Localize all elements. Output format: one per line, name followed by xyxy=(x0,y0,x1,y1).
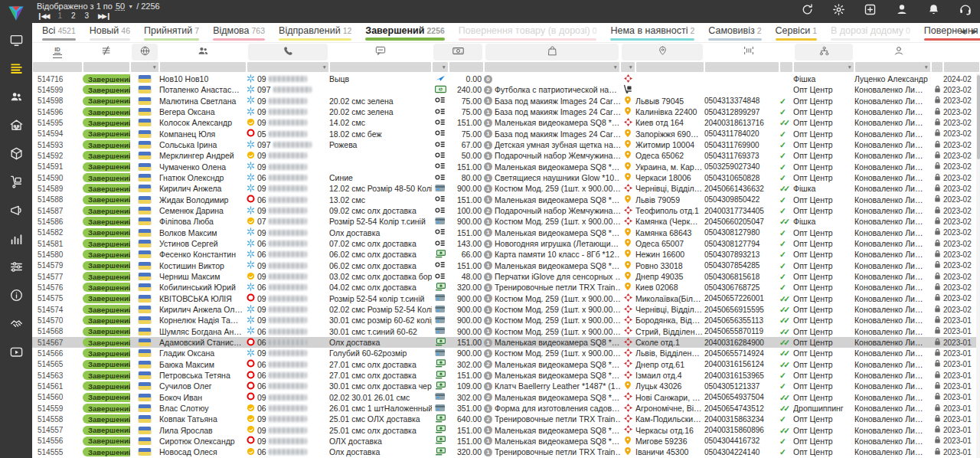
table-row[interactable]: 514567ЗавершенийАдамовский Станис…06Олх … xyxy=(32,337,980,348)
filter-input-source[interactable]: ▼ xyxy=(794,62,854,72)
table-row[interactable]: 514577ЗавершенийЧерниш Максим0903.02 смс… xyxy=(32,271,980,282)
sidebar-item-tutorials[interactable] xyxy=(0,339,32,368)
column-header-city[interactable] xyxy=(620,44,704,61)
filter-input-delivery[interactable]: ▼ xyxy=(621,62,635,72)
table-row[interactable]: 514590ЗавершенийГнатюк Олексндр06Синие80… xyxy=(32,172,980,183)
column-header-comment[interactable] xyxy=(329,44,432,61)
table-row[interactable]: 514582ЗавершенийВолков Максим09Олх доста… xyxy=(32,227,980,238)
tab-1[interactable]: Всі4521 xyxy=(42,25,76,41)
settings-gear-icon[interactable] xyxy=(832,3,845,16)
filter-input-id[interactable] xyxy=(33,62,82,72)
table-row[interactable]: 514575ЗавершенийКВІТОВСЬКА ЮЛІЯ09Розмір … xyxy=(32,293,980,304)
table-row[interactable]: 514588ЗавершенийЖидак Володимир0613.02 с… xyxy=(32,195,980,205)
table-row[interactable]: 514581ЗавершенийУстинов Сергей0607.02 см… xyxy=(32,238,980,249)
filter-input-country[interactable]: ▼ xyxy=(131,62,158,72)
filter-input-comment[interactable] xyxy=(330,62,431,72)
filter-dropdown-icon[interactable]: ▼ xyxy=(629,64,633,70)
refresh-icon[interactable] xyxy=(801,3,814,16)
filter-dropdown-icon[interactable]: ▼ xyxy=(442,64,446,70)
table-row[interactable]: 514574ЗавершенийКирилич Анжела Ол…0902.0… xyxy=(32,304,980,315)
tab-10[interactable]: Сервіси1 xyxy=(776,25,817,41)
table-row[interactable]: 514570ЗавершенийКорнелюк Надія Та…0930.0… xyxy=(32,315,980,326)
filter-input-city[interactable] xyxy=(636,62,704,72)
table-row[interactable]: 514557ЗавершенийЛила Ярослав0925.01 смс … xyxy=(32,425,980,436)
sidebar-item-statistics[interactable] xyxy=(0,226,32,254)
filter-input-date[interactable] xyxy=(944,62,979,72)
column-header-client[interactable] xyxy=(159,44,247,61)
table-row[interactable]: 514599ЗавершенийПотапенко Анастас…097$24… xyxy=(32,84,980,95)
filter-input-payment[interactable]: ▼ xyxy=(433,62,448,72)
tab-4[interactable]: Відмова763 xyxy=(213,25,265,41)
sidebar-item-clients[interactable] xyxy=(0,84,32,113)
sidebar-item-orders[interactable] xyxy=(0,56,32,84)
tab-scroll-left-icon[interactable]: ◀ xyxy=(960,28,965,35)
table-row[interactable]: 514587ЗавершенийСеменюк Дарина0909.02 см… xyxy=(32,205,980,216)
table-row[interactable]: 514596ЗавершенийВегера Оксана0920.02 смс… xyxy=(32,106,980,117)
table-row[interactable]: 514576ЗавершенийКобилинський Юрий0604.02… xyxy=(32,282,980,293)
app-logo-icon[interactable] xyxy=(3,2,29,25)
first-page-button[interactable]: ❙◀◀ xyxy=(37,12,48,20)
filter-dropdown-icon[interactable]: ▼ xyxy=(924,64,929,70)
vertical-scrollbar[interactable] xyxy=(976,74,980,458)
sidebar-item-company[interactable] xyxy=(0,113,32,141)
tab-2[interactable]: Новый46 xyxy=(90,25,130,41)
tab-6[interactable]: Завершений2256 xyxy=(365,25,445,41)
sidebar-item-partners[interactable] xyxy=(0,311,32,339)
table-row[interactable]: 514563ЗавершенийПетровська Тетяна0627.01… xyxy=(32,370,980,381)
table-row[interactable]: 514580ЗавершенийФесенко Константин0606.0… xyxy=(32,249,980,260)
sidebar-item-marketing[interactable] xyxy=(0,198,32,226)
sidebar-item-products[interactable] xyxy=(0,141,32,169)
table-row[interactable]: 514598ЗавершенийМалютина Светлана0920.02… xyxy=(32,96,980,106)
filter-input-tracking-number[interactable] xyxy=(705,62,779,72)
table-row[interactable]: 514586ЗавершенийФіліпова Люба07Розмір 52… xyxy=(32,216,980,227)
column-header-phone[interactable] xyxy=(247,44,329,61)
profile-icon[interactable] xyxy=(895,2,909,16)
table-row[interactable]: 514558ЗавершенийКовпак Татьяна0925.01 см… xyxy=(32,414,980,424)
table-row[interactable]: 514593ЗавершенийСольська Ірина097Рожева6… xyxy=(32,139,980,150)
tab-9[interactable]: Самовивіз2 xyxy=(708,25,761,41)
column-header-id[interactable]: ID xyxy=(32,44,83,61)
sidebar-item-dashboard[interactable] xyxy=(0,28,32,56)
add-new-icon[interactable] xyxy=(864,3,877,16)
filter-input-delivery-check[interactable] xyxy=(780,62,792,72)
tab-11[interactable]: В дорозі додому0 xyxy=(831,25,910,41)
filter-input-amount[interactable] xyxy=(449,62,483,72)
table-row[interactable]: 514556ЗавершенийСиротюк Олександр09ОЛХ д… xyxy=(32,436,980,447)
page-button-2[interactable]: 2 xyxy=(71,11,76,20)
table-row[interactable]: 514566ЗавершенийГладик Оксана09Голубий 6… xyxy=(32,348,980,358)
filter-input-status[interactable] xyxy=(83,62,129,72)
tab-scroll-right-icon[interactable]: ▶ xyxy=(972,28,977,35)
table-row[interactable]: 514560ЗавершенийБокоч Иван0902.02 30.01 … xyxy=(32,392,980,403)
table-row[interactable]: 514592ЗавершенийМерклингер Андрей0950.00… xyxy=(32,150,980,161)
page-button-1[interactable]: 1 xyxy=(57,11,62,20)
column-header-country[interactable] xyxy=(130,44,159,61)
table-row[interactable]: 514595ЗавершенийКолосок Александр0914.02… xyxy=(32,117,980,128)
tab-3[interactable]: Прийнятий7 xyxy=(144,25,199,41)
filter-dropdown-icon[interactable]: ▼ xyxy=(322,64,327,70)
table-row[interactable]: 514589ЗавершенийКирилич Анжела0912.02 см… xyxy=(32,183,980,194)
column-header-source[interactable] xyxy=(793,44,854,61)
column-header-manager[interactable] xyxy=(854,44,943,61)
tab-8[interactable]: Нема в наявності2 xyxy=(610,25,694,41)
tab-5[interactable]: Відправлений12 xyxy=(279,25,351,41)
chevron-down-icon[interactable]: ▼ xyxy=(128,4,133,9)
sidebar-item-info[interactable] xyxy=(0,283,32,311)
column-header-products[interactable] xyxy=(484,44,620,61)
filter-input-client[interactable] xyxy=(160,62,246,72)
filter-dropdown-icon[interactable]: ▼ xyxy=(152,64,157,70)
table-row[interactable]: 514579ЗавершенийКостишин Виктор0906.02 с… xyxy=(32,260,980,271)
page-button-3[interactable]: 3 xyxy=(85,11,90,20)
last-page-button[interactable]: ▶▶❙ xyxy=(98,12,109,20)
column-header-payment[interactable] xyxy=(432,44,484,61)
filter-dropdown-icon[interactable]: ▼ xyxy=(613,64,618,70)
table-row[interactable]: 514568ЗавершенийШумляс Богдана Ан…0630.0… xyxy=(32,326,980,337)
filter-input-products[interactable]: ▼ xyxy=(485,62,619,72)
table-row[interactable]: 514561ЗавершенийСучилов Олег0630.01 смс … xyxy=(32,381,980,391)
table-row[interactable]: 514594ЗавершенийКомпанец Юля0518.02 смс … xyxy=(32,129,980,139)
tab-7[interactable]: Повернення товару (в дорозі)0 xyxy=(459,25,597,41)
filter-input-locked[interactable] xyxy=(932,62,942,72)
table-row[interactable]: 514559ЗавершенийВлас Слотюу0626.01 смс 1… xyxy=(32,403,980,414)
page-size-select[interactable]: 50 xyxy=(116,2,125,11)
table-row[interactable]: 514565ЗавершенийБаюка Максим0627.01 смс … xyxy=(32,359,980,370)
sidebar-item-purchases[interactable] xyxy=(0,169,32,198)
